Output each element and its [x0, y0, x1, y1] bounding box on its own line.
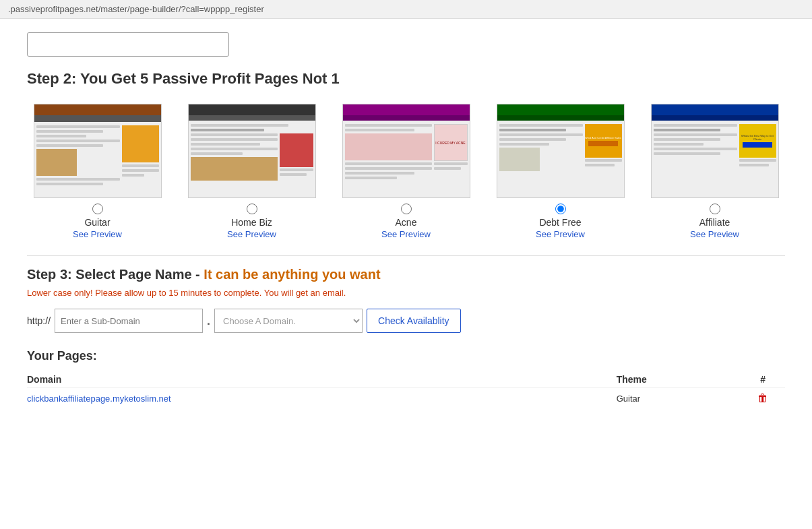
- radio-homebiz[interactable]: [247, 204, 257, 214]
- top-input-row: [27, 32, 785, 57]
- row-delete[interactable]: 🗑: [741, 388, 785, 409]
- subdomain-input[interactable]: [55, 309, 203, 333]
- top-input[interactable]: [27, 32, 229, 57]
- step3-note: Lower case only! Please allow up to 15 m…: [27, 288, 785, 298]
- label-affiliate: Affiliate: [699, 217, 730, 228]
- http-prefix: http://: [27, 315, 51, 326]
- radio-row-affiliate[interactable]: [710, 204, 720, 214]
- preview-link-acne[interactable]: See Preview: [381, 229, 431, 239]
- row-theme: Guitar: [617, 388, 741, 409]
- table-row: clickbankaffiliatepage.myketoslim.net Gu…: [27, 388, 785, 409]
- main-content: Step 2: You Get 5 Passive Profit Pages N…: [0, 19, 812, 422]
- thumbnail-guitar: [34, 104, 162, 198]
- preview-link-guitar[interactable]: See Preview: [73, 229, 122, 239]
- col-domain: Domain: [27, 371, 617, 388]
- thumbnail-homebiz: [188, 104, 316, 198]
- domain-row: http:// . Choose A Domain. myketoslim.ne…: [27, 309, 785, 333]
- step2-heading: Step 2: You Get 5 Passive Profit Pages N…: [27, 70, 785, 88]
- label-debtfree: Debt Free: [539, 217, 581, 228]
- pages-grid: Guitar See Preview: [27, 104, 785, 239]
- radio-row-debtfree[interactable]: [555, 204, 566, 214]
- step3-heading-static: Step 3: Select Page Name -: [27, 267, 204, 282]
- radio-row-guitar[interactable]: [92, 204, 103, 214]
- page-option-guitar[interactable]: Guitar See Preview: [27, 104, 168, 239]
- pages-table: Domain Theme # clickbankaffiliatepage.my…: [27, 371, 785, 408]
- step3-heading-highlight: It can be anything you want: [204, 267, 380, 282]
- row-domain: clickbankaffiliatepage.myketoslim.net: [27, 388, 617, 409]
- url-bar: .passiveprofitpages.net/master/page-buil…: [0, 0, 812, 19]
- your-pages-section: Your Pages: Domain Theme # clickbankaffi…: [27, 349, 785, 408]
- domain-select[interactable]: Choose A Domain. myketoslim.net passivep…: [214, 309, 363, 333]
- label-acne: Acne: [396, 217, 417, 228]
- url-text: .passiveprofitpages.net/master/page-buil…: [8, 4, 264, 14]
- col-hash: #: [741, 371, 785, 388]
- domain-dot: .: [207, 314, 210, 328]
- radio-row-homebiz[interactable]: [247, 204, 257, 214]
- page-option-debtfree[interactable]: Wind And Credit Affiliate Sales Debt Fre…: [490, 104, 631, 239]
- radio-acne[interactable]: [401, 204, 412, 214]
- label-homebiz: Home Biz: [231, 217, 272, 228]
- label-guitar: Guitar: [84, 217, 110, 228]
- domain-link[interactable]: clickbankaffiliatepage.myketoslim.net: [27, 394, 171, 404]
- radio-row-acne[interactable]: [401, 204, 412, 214]
- thumbnail-debtfree: Wind And Credit Affiliate Sales: [497, 104, 625, 198]
- page-option-acne[interactable]: I CURED MY ACNE Acne See Preview: [336, 104, 476, 239]
- radio-debtfree[interactable]: [555, 204, 566, 214]
- thumbnail-acne: I CURED MY ACNE: [342, 104, 470, 198]
- divider-1: [27, 255, 785, 256]
- step3-heading: Step 3: Select Page Name - It can be any…: [27, 267, 785, 282]
- preview-link-debtfree[interactable]: See Preview: [536, 229, 585, 239]
- step3-note-text: Lower case only! Please allow up to 15 m…: [27, 288, 346, 298]
- preview-link-homebiz[interactable]: See Preview: [227, 229, 276, 239]
- radio-guitar[interactable]: [92, 204, 103, 214]
- page-option-homebiz[interactable]: Home Biz See Preview: [181, 104, 322, 239]
- thumbnail-affiliate: Whats the Best Way to Get Clients: [651, 104, 779, 198]
- preview-link-affiliate[interactable]: See Preview: [690, 229, 739, 239]
- check-availability-button[interactable]: Check Availablity: [367, 309, 461, 333]
- radio-affiliate[interactable]: [710, 204, 720, 214]
- your-pages-heading: Your Pages:: [27, 349, 785, 363]
- delete-icon[interactable]: 🗑: [741, 392, 785, 404]
- page-option-affiliate[interactable]: Whats the Best Way to Get Clients Affili…: [644, 104, 785, 239]
- col-theme: Theme: [617, 371, 741, 388]
